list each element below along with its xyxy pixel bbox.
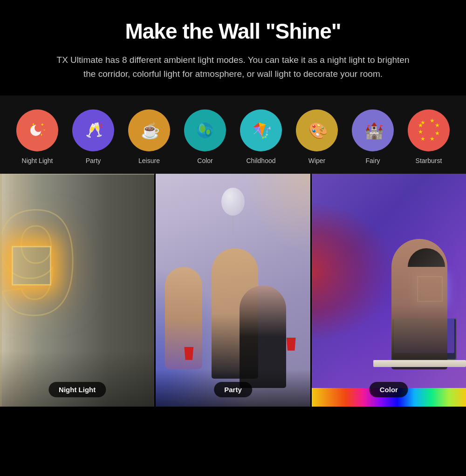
icon-item-fairy[interactable]: 🏰 Fairy — [352, 109, 394, 164]
photos-section: 9 Night Light — [0, 174, 466, 407]
wiper-icon-circle: 🎨 — [296, 109, 338, 151]
color-photo: Color — [310, 174, 466, 407]
starburst-label: Starburst — [416, 157, 442, 164]
party-label: Party — [86, 157, 101, 164]
svg-point-6 — [31, 127, 32, 128]
svg-text:★: ★ — [420, 135, 425, 141]
svg-text:★: ★ — [435, 122, 440, 128]
svg-marker-4 — [41, 133, 42, 136]
svg-text:★: ★ — [435, 130, 440, 136]
svg-point-5 — [33, 123, 34, 125]
svg-text:★: ★ — [418, 122, 423, 128]
svg-text:🥂: 🥂 — [85, 121, 104, 139]
color-icon-circle — [184, 109, 226, 151]
icon-item-color[interactable]: Color — [184, 109, 226, 164]
leisure-label: Leisure — [138, 157, 160, 164]
svg-text:★: ★ — [430, 119, 435, 123]
icon-item-party[interactable]: 🥂 Party — [72, 109, 114, 164]
childhood-label: Childhood — [246, 157, 275, 164]
svg-text:★: ★ — [430, 135, 435, 141]
svg-text:★: ★ — [418, 128, 423, 134]
night-light-photo-label: Night Light — [48, 382, 106, 397]
fairy-icon-circle: 🏰 — [352, 109, 394, 151]
night-light-icon-circle — [16, 109, 58, 151]
fairy-label: Fairy — [365, 157, 380, 164]
svg-text:🏰: 🏰 — [364, 121, 384, 140]
party-photo: Party — [154, 174, 310, 407]
icon-item-starburst[interactable]: ★ ★ ★ ★ ★ ★ ★ ★ Starburst — [408, 109, 450, 164]
night-light-photo: 9 Night Light — [0, 174, 154, 407]
page-subtitle: TX Ultimate has 8 different ambient ligh… — [56, 53, 410, 82]
childhood-icon-circle: 🪁 — [240, 109, 282, 151]
icons-section: Night Light 🥂 Party ☕ Leisure — [0, 95, 466, 174]
night-light-label: Night Light — [22, 157, 53, 164]
wiper-label: Wiper — [308, 157, 326, 164]
svg-point-1 — [34, 124, 42, 132]
svg-marker-2 — [41, 123, 43, 126]
svg-point-13 — [200, 125, 206, 132]
svg-text:🪁: 🪁 — [253, 121, 272, 140]
svg-text:☕: ☕ — [141, 121, 160, 140]
color-photo-label: Color — [370, 382, 408, 397]
icon-item-childhood[interactable]: 🪁 Childhood — [240, 109, 282, 164]
color-label: Color — [197, 157, 212, 164]
icon-item-leisure[interactable]: ☕ Leisure — [128, 109, 170, 164]
leisure-icon-circle: ☕ — [128, 109, 170, 151]
svg-text:🎨: 🎨 — [308, 121, 328, 140]
party-icon-circle: 🥂 — [72, 109, 114, 151]
svg-point-14 — [206, 129, 210, 135]
icon-item-wiper[interactable]: 🎨 Wiper — [296, 109, 338, 164]
icon-item-night-light[interactable]: Night Light — [16, 109, 58, 164]
party-photo-label: Party — [214, 382, 252, 397]
svg-marker-3 — [43, 129, 45, 131]
page-title: Make the Wall "Shine" — [28, 19, 438, 44]
top-section: Make the Wall "Shine" TX Ultimate has 8 … — [0, 0, 466, 95]
starburst-icon-circle: ★ ★ ★ ★ ★ ★ ★ ★ — [408, 109, 450, 151]
